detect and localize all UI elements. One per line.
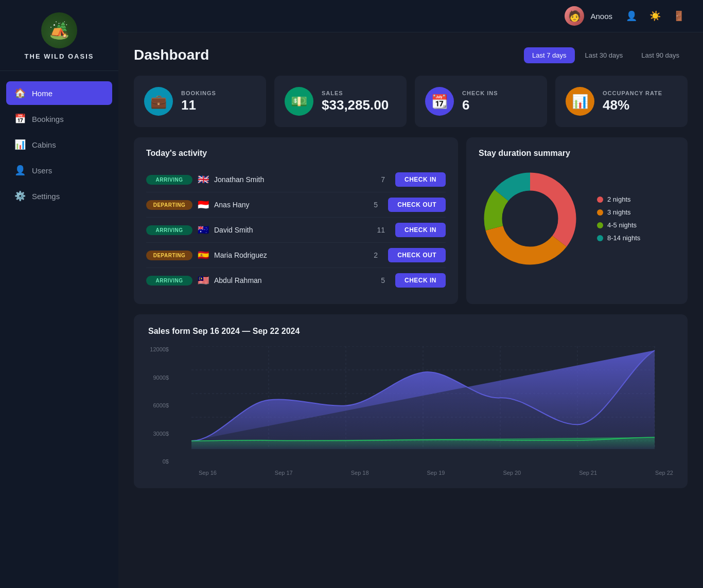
cabin-num-2: 11 — [373, 226, 385, 234]
logout-icon[interactable]: 🚪 — [670, 7, 688, 25]
checkin-btn-2[interactable]: CHECK IN — [395, 223, 446, 237]
occupancy-stat-icon: 📊 — [566, 87, 594, 116]
sidebar-item-cabins-label: Cabins — [32, 140, 56, 149]
profile-icon[interactable]: 👤 — [623, 7, 640, 25]
middle-row: Today's activity ARRIVING 🇬🇧 Jonathan Sm… — [134, 137, 688, 304]
nav-menu: 🏠 Home 📅 Bookings 📊 Cabins 👤 Users ⚙️ Se… — [0, 71, 118, 218]
sales-stat-icon: 💵 — [285, 87, 313, 116]
users-icon: 👤 — [14, 165, 26, 176]
flag-1: 🇮🇩 — [198, 199, 209, 210]
logo-text: THE WILD OASIS — [25, 52, 94, 60]
flag-4: 🇲🇾 — [198, 275, 209, 286]
sidebar-item-users[interactable]: 👤 Users — [6, 158, 112, 182]
legend-814nights: 8-14 nights — [597, 234, 640, 242]
legend-label-3nights: 3 nights — [607, 208, 631, 216]
sales-chart-panel: Sales form Sep 16 2024 — Sep 22 2024 0$ … — [134, 314, 688, 488]
guest-name-0: Jonathan Smith — [214, 175, 367, 184]
stay-duration-title: Stay duration summary — [479, 149, 675, 158]
checkin-btn-0[interactable]: CHECK IN — [395, 172, 446, 187]
activity-row-4: ARRIVING 🇲🇾 Abdul Rahman 5 CHECK IN — [146, 268, 446, 293]
y-label-0: 0$ — [148, 458, 169, 465]
sidebar-item-bookings[interactable]: 📅 Bookings — [6, 107, 112, 131]
status-badge-3: DEPARTING — [146, 251, 192, 260]
cabin-num-1: 5 — [365, 201, 378, 209]
period-7days[interactable]: Last 7 days — [524, 47, 575, 63]
logo-container: 🏕️ THE WILD OASIS — [0, 0, 118, 71]
sidebar-item-settings[interactable]: ⚙️ Settings — [6, 184, 112, 208]
bookings-icon: 📅 — [14, 113, 26, 124]
topbar: 🧑 Anoos 👤 ☀️ 🚪 — [118, 0, 703, 32]
legend-label-2nights: 2 nights — [607, 195, 631, 203]
activity-row-3: DEPARTING 🇪🇸 Maria Rodriguez 2 CHECK OUT — [146, 243, 446, 268]
user-name: Anoos — [590, 12, 612, 21]
guest-name-2: David Smith — [214, 226, 367, 234]
legend-2nights: 2 nights — [597, 195, 640, 203]
period-90days[interactable]: Last 90 days — [633, 47, 688, 63]
checkins-value: 6 — [462, 97, 498, 113]
x-label-0: Sep 16 — [199, 470, 217, 476]
legend-label-814nights: 8-14 nights — [607, 234, 640, 242]
chart-with-labels: 0$ 3000$ 6000$ 9000$ 12000$ — [148, 346, 673, 476]
donut-container: 2 nights 3 nights 4-5 nights 8-14 n — [479, 167, 675, 270]
x-label-6: Sep 22 — [655, 470, 673, 476]
dashboard-header: Dashboard Last 7 days Last 30 days Last … — [134, 47, 688, 63]
theme-icon[interactable]: ☀️ — [646, 7, 664, 25]
checkout-btn-1[interactable]: CHECK OUT — [388, 198, 446, 212]
chart-title: Sales form Sep 16 2024 — Sep 22 2024 — [148, 327, 673, 336]
legend-dot-3nights — [597, 209, 603, 216]
sales-label: SALES — [322, 90, 389, 96]
x-label-4: Sep 20 — [503, 470, 521, 476]
y-axis: 0$ 3000$ 6000$ 9000$ 12000$ — [148, 346, 173, 476]
activity-title: Today's activity — [146, 149, 446, 158]
x-label-2: Sep 18 — [351, 470, 369, 476]
stat-bookings: 💼 BOOKINGS 11 — [134, 76, 266, 127]
stats-row: 💼 BOOKINGS 11 💵 SALES $33,285.00 📆 CHECK… — [134, 76, 688, 127]
guest-name-3: Maria Rodriguez — [214, 251, 360, 259]
period-selector: Last 7 days Last 30 days Last 90 days — [524, 47, 688, 63]
sidebar-item-cabins[interactable]: 📊 Cabins — [6, 133, 112, 156]
flag-2: 🇦🇺 — [198, 224, 209, 236]
legend-label-45nights: 4-5 nights — [607, 221, 637, 229]
y-label-3: 9000$ — [148, 375, 169, 381]
avatar: 🧑 — [565, 6, 584, 26]
sidebar-item-settings-label: Settings — [32, 192, 60, 201]
cabins-icon: 📊 — [14, 139, 26, 150]
cabin-num-3: 2 — [365, 251, 378, 259]
sidebar-item-home-label: Home — [32, 89, 52, 98]
checkin-btn-4[interactable]: CHECK IN — [395, 273, 446, 288]
period-30days[interactable]: Last 30 days — [577, 47, 631, 63]
legend-45nights: 4-5 nights — [597, 221, 640, 229]
logo-icon: 🏕️ — [41, 12, 77, 48]
donut-legend: 2 nights 3 nights 4-5 nights 8-14 n — [597, 195, 640, 242]
cabin-num-0: 7 — [373, 175, 385, 184]
chart-svg-container: Sep 16 Sep 17 Sep 18 Sep 19 Sep 20 Sep 2… — [173, 346, 673, 476]
stay-duration-panel: Stay duration summary — [466, 137, 688, 304]
activity-row-1: DEPARTING 🇮🇩 Anas Hany 5 CHECK OUT — [146, 192, 446, 218]
legend-3nights: 3 nights — [597, 208, 640, 216]
stat-checkins: 📆 CHECK INS 6 — [415, 76, 547, 127]
status-badge-4: ARRIVING — [146, 276, 192, 286]
svg-point-4 — [502, 191, 558, 246]
checkout-btn-3[interactable]: CHECK OUT — [388, 248, 446, 262]
cabin-num-4: 5 — [373, 276, 385, 284]
status-badge-1: DEPARTING — [146, 200, 192, 210]
legend-dot-45nights — [597, 222, 603, 228]
home-icon: 🏠 — [14, 87, 26, 99]
bookings-value: 11 — [181, 97, 216, 113]
sidebar-item-users-label: Users — [32, 166, 52, 175]
x-label-1: Sep 17 — [275, 470, 293, 476]
sidebar-item-home[interactable]: 🏠 Home — [6, 81, 112, 105]
status-badge-0: ARRIVING — [146, 175, 192, 185]
guest-name-1: Anas Hany — [214, 201, 360, 209]
sales-svg — [173, 346, 673, 465]
x-label-3: Sep 19 — [427, 470, 445, 476]
stat-sales: 💵 SALES $33,285.00 — [274, 76, 407, 127]
activity-row-0: ARRIVING 🇬🇧 Jonathan Smith 7 CHECK IN — [146, 167, 446, 192]
x-axis: Sep 16 Sep 17 Sep 18 Sep 19 Sep 20 Sep 2… — [173, 467, 673, 476]
stat-occupancy: 📊 OCCUPANCY RATE 48% — [555, 76, 688, 127]
dashboard-content: Dashboard Last 7 days Last 30 days Last … — [118, 32, 703, 588]
bookings-label: BOOKINGS — [181, 90, 216, 96]
bookings-stat-icon: 💼 — [144, 87, 173, 116]
donut-chart — [479, 167, 582, 270]
guest-name-4: Abdul Rahman — [214, 276, 367, 284]
